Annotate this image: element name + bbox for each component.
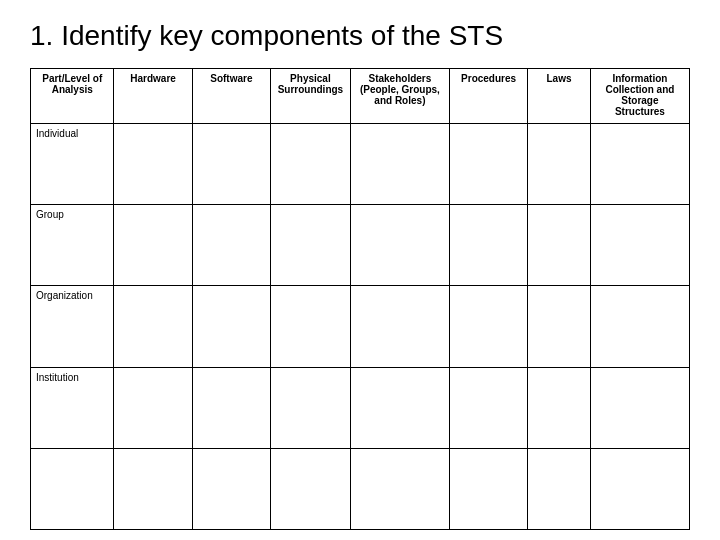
table-row: Organization	[31, 286, 690, 367]
cell-individual-laws	[528, 124, 591, 205]
col-header-3: Physical Surroundings	[270, 69, 350, 124]
col-header-6: Laws	[528, 69, 591, 124]
cell-inst-procedures	[449, 367, 527, 448]
col-header-1: Hardware	[114, 69, 192, 124]
cell-empty-info	[590, 448, 689, 529]
cell-group-info	[590, 205, 689, 286]
cell-inst-info	[590, 367, 689, 448]
table-row: Group	[31, 205, 690, 286]
cell-inst-hardware	[114, 367, 192, 448]
row-label-individual: Individual	[31, 124, 114, 205]
cell-inst-stakeholders	[350, 367, 449, 448]
cell-empty-hardware	[114, 448, 192, 529]
cell-empty-procedures	[449, 448, 527, 529]
table-header-row: Part/Level of Analysis Hardware Software…	[31, 69, 690, 124]
cell-inst-software	[192, 367, 270, 448]
row-label-organization: Organization	[31, 286, 114, 367]
cell-empty-physical	[270, 448, 350, 529]
cell-org-software	[192, 286, 270, 367]
cell-group-software	[192, 205, 270, 286]
cell-inst-physical	[270, 367, 350, 448]
cell-org-hardware	[114, 286, 192, 367]
cell-individual-procedures	[449, 124, 527, 205]
row-label-empty	[31, 448, 114, 529]
cell-org-laws	[528, 286, 591, 367]
cell-empty-stakeholders	[350, 448, 449, 529]
col-header-7: Information Collection and Storage Struc…	[590, 69, 689, 124]
cell-individual-hardware	[114, 124, 192, 205]
cell-group-procedures	[449, 205, 527, 286]
cell-org-info	[590, 286, 689, 367]
cell-individual-software	[192, 124, 270, 205]
col-header-5: Procedures	[449, 69, 527, 124]
cell-org-stakeholders	[350, 286, 449, 367]
table-row: Institution	[31, 367, 690, 448]
cell-individual-info	[590, 124, 689, 205]
cell-empty-software	[192, 448, 270, 529]
cell-org-procedures	[449, 286, 527, 367]
cell-org-physical	[270, 286, 350, 367]
cell-individual-physical	[270, 124, 350, 205]
table-row: Individual	[31, 124, 690, 205]
page: 1. Identify key components of the STS Pa…	[0, 0, 720, 540]
row-label-group: Group	[31, 205, 114, 286]
cell-group-physical	[270, 205, 350, 286]
sts-table: Part/Level of Analysis Hardware Software…	[30, 68, 690, 530]
cell-group-laws	[528, 205, 591, 286]
page-title: 1. Identify key components of the STS	[30, 20, 690, 52]
cell-individual-stakeholders	[350, 124, 449, 205]
cell-inst-laws	[528, 367, 591, 448]
cell-group-stakeholders	[350, 205, 449, 286]
table-row	[31, 448, 690, 529]
cell-empty-laws	[528, 448, 591, 529]
row-label-institution: Institution	[31, 367, 114, 448]
col-header-0: Part/Level of Analysis	[31, 69, 114, 124]
cell-group-hardware	[114, 205, 192, 286]
col-header-2: Software	[192, 69, 270, 124]
col-header-4: Stakeholders (People, Groups, and Roles)	[350, 69, 449, 124]
